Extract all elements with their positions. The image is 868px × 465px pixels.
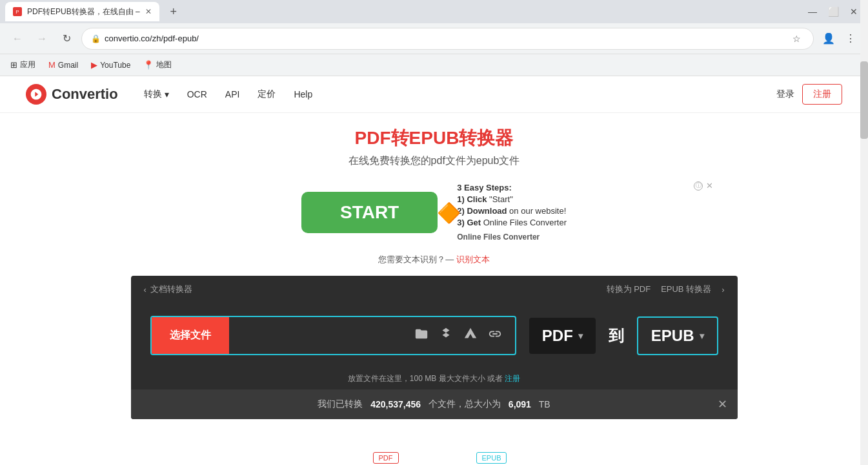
bookmark-star-icon[interactable]: ☆ bbox=[789, 31, 804, 46]
left-arrow-icon: ‹ bbox=[144, 285, 146, 294]
navbar: Convertio 转换 ▾ OCR API 定价 Help 登录 注册 bbox=[0, 76, 868, 113]
from-format-arrow: ▾ bbox=[578, 331, 583, 341]
doc-converter-link: 文档转换器 bbox=[150, 284, 192, 295]
nav-right: 登录 注册 bbox=[776, 84, 842, 105]
to-pdf-link[interactable]: 转换为 PDF bbox=[607, 284, 651, 295]
ocr-link-section: 您需要文本识别？— 识别文本 bbox=[0, 254, 868, 265]
stats-middle: 个文件，总大小为 bbox=[429, 398, 501, 410]
chevron-down-icon: ▾ bbox=[165, 89, 169, 99]
to-format-label: EPUB bbox=[651, 327, 694, 345]
logo-icon bbox=[26, 84, 46, 105]
ad-close-icon[interactable]: ✕ bbox=[706, 181, 713, 191]
title-bar: P PDF转EPUB转换器，在线自由 – ✕ + — ⬜ ✕ bbox=[0, 0, 868, 23]
dropbox-icon[interactable] bbox=[439, 327, 453, 344]
bookmark-youtube[interactable]: ▶ YouTube bbox=[86, 57, 136, 72]
stats-count: 420,537,456 bbox=[370, 399, 421, 409]
maximize-button[interactable]: ⬜ bbox=[824, 3, 842, 21]
converter-close-button[interactable]: ✕ bbox=[718, 397, 727, 411]
from-format-label: PDF bbox=[542, 327, 573, 345]
to-format-selector[interactable]: EPUB ▾ bbox=[637, 316, 718, 355]
stats-size: 6,091 bbox=[509, 399, 531, 409]
new-tab-button[interactable]: + bbox=[165, 3, 183, 21]
bookmark-maps-label: 地图 bbox=[156, 59, 172, 70]
bookmark-gmail[interactable]: M Gmail bbox=[43, 57, 83, 72]
converter-footer: 我们已转换 420,537,456 个文件，总大小为 6,091 TB ✕ bbox=[131, 389, 738, 419]
bookmark-maps[interactable]: 📍 地图 bbox=[138, 57, 177, 73]
arrow-icon: 🔶 bbox=[437, 201, 461, 223]
converter-nav: ‹ 文档转换器 转换为 PDF EPUB 转换器 › bbox=[131, 276, 738, 303]
page-content: Convertio 转换 ▾ OCR API 定价 Help 登录 注册 PDF… bbox=[0, 76, 868, 465]
converter-section: ‹ 文档转换器 转换为 PDF EPUB 转换器 › 选择文件 bbox=[131, 276, 738, 419]
bookmarks-bar: ⊞ 应用 M Gmail ▶ YouTube 📍 地图 bbox=[0, 54, 868, 76]
bottom-card-pdf: PDF 可携式文件格式 bbox=[354, 451, 418, 465]
from-format-selector[interactable]: PDF ▾ bbox=[529, 318, 596, 354]
stats-unit: TB bbox=[539, 399, 550, 409]
bookmark-youtube-label: YouTube bbox=[100, 61, 130, 70]
refresh-button[interactable]: ↻ bbox=[57, 29, 76, 48]
hero-section: PDF转EPUB转换器 在线免费转换您的pdf文件为epub文件 bbox=[0, 113, 868, 174]
right-arrow-icon: › bbox=[722, 285, 724, 294]
link-icon[interactable] bbox=[488, 327, 502, 344]
lock-icon: 🔒 bbox=[91, 34, 101, 43]
scrollbar[interactable] bbox=[860, 0, 868, 465]
ad-step1: 1) Click "Start" bbox=[457, 194, 567, 204]
converter-nav-right: 转换为 PDF EPUB 转换器 › bbox=[607, 284, 725, 295]
url-text: convertio.co/zh/pdf-epub/ bbox=[105, 34, 785, 43]
epub-badge: EPUB bbox=[476, 452, 507, 464]
file-note: 放置文件在这里，100 MB 最大文件大小 或者 注册 bbox=[131, 368, 738, 389]
hero-subtitle: 在线免费转换您的pdf文件为epub文件 bbox=[0, 154, 868, 168]
nav-help[interactable]: Help bbox=[294, 89, 312, 99]
forward-button[interactable]: → bbox=[32, 29, 52, 48]
ad-section: START 🔶 3 Easy Steps: 1) Click "Start" 2… bbox=[0, 174, 868, 254]
hero-title: PDF转EPUB转换器 bbox=[0, 126, 868, 150]
nav-convert[interactable]: 转换 ▾ bbox=[144, 88, 169, 100]
file-note-text: 放置文件在这里，100 MB 最大文件大小 或者 bbox=[348, 374, 503, 383]
url-bar[interactable]: 🔒 convertio.co/zh/pdf-epub/ ☆ bbox=[81, 28, 814, 50]
tab-favicon: P bbox=[13, 7, 22, 16]
file-selector: 选择文件 bbox=[150, 316, 516, 355]
arrow-to-label: 到 bbox=[609, 326, 624, 346]
bottom-section: PDF 可携式文件格式 EPUB 电子出版物 bbox=[0, 432, 868, 465]
select-files-button[interactable]: 选择文件 bbox=[152, 317, 229, 354]
ad-steps-title: 3 Easy Steps: bbox=[457, 183, 567, 192]
ad-step2: 2) Download on our website! bbox=[457, 206, 567, 216]
nav-pricing[interactable]: 定价 bbox=[257, 88, 276, 100]
browser-tab[interactable]: P PDF转EPUB转换器，在线自由 – ✕ bbox=[5, 2, 159, 21]
bottom-card-epub: EPUB 电子出版物 bbox=[469, 451, 514, 465]
folder-icon[interactable] bbox=[414, 327, 429, 344]
nav-api[interactable]: API bbox=[225, 89, 240, 99]
minimize-button[interactable]: — bbox=[803, 3, 822, 21]
ad-info-icon: ⓘ bbox=[694, 181, 703, 191]
tab-close-button[interactable]: ✕ bbox=[145, 7, 152, 16]
register-link[interactable]: 注册 bbox=[505, 374, 520, 383]
start-button[interactable]: START bbox=[301, 192, 438, 233]
login-button[interactable]: 登录 bbox=[776, 88, 794, 100]
logo-text: Convertio bbox=[52, 86, 118, 103]
to-format-arrow: ▾ bbox=[700, 331, 704, 341]
file-icons bbox=[229, 327, 515, 344]
nav-ocr[interactable]: OCR bbox=[187, 89, 207, 99]
ocr-text: 您需要文本识别？— bbox=[378, 254, 456, 264]
epub-converter-link[interactable]: EPUB 转换器 bbox=[661, 284, 711, 295]
ad-footer: Online Files Converter bbox=[457, 232, 567, 242]
converter-nav-left[interactable]: ‹ 文档转换器 bbox=[144, 284, 192, 295]
scrollbar-thumb[interactable] bbox=[860, 61, 868, 139]
user-account-icon[interactable]: 👤 bbox=[819, 29, 838, 48]
converter-body: 选择文件 bbox=[131, 303, 738, 368]
ad-step3: 3) Get Online Files Converter bbox=[457, 218, 567, 227]
address-bar: ← → ↻ 🔒 convertio.co/zh/pdf-epub/ ☆ 👤 ⋮ bbox=[0, 23, 868, 54]
gdrive-icon[interactable] bbox=[463, 327, 478, 344]
pdf-badge: PDF bbox=[373, 452, 399, 464]
tab-title: PDF转EPUB转换器，在线自由 – bbox=[27, 6, 140, 17]
logo[interactable]: Convertio bbox=[26, 84, 118, 105]
bookmark-apps-label: 应用 bbox=[20, 59, 35, 70]
nav-links: 转换 ▾ OCR API 定价 Help bbox=[144, 88, 751, 100]
chrome-menu-icon[interactable]: ⋮ bbox=[841, 29, 860, 48]
bookmark-gmail-label: Gmail bbox=[58, 61, 78, 70]
bookmark-apps[interactable]: ⊞ 应用 bbox=[5, 57, 41, 73]
ad-steps: 3 Easy Steps: 1) Click "Start" 2) Downlo… bbox=[457, 181, 567, 243]
ocr-link[interactable]: 识别文本 bbox=[456, 254, 490, 264]
stats-prefix: 我们已转换 bbox=[318, 398, 363, 410]
back-button[interactable]: ← bbox=[8, 29, 27, 48]
register-button[interactable]: 注册 bbox=[802, 84, 842, 105]
